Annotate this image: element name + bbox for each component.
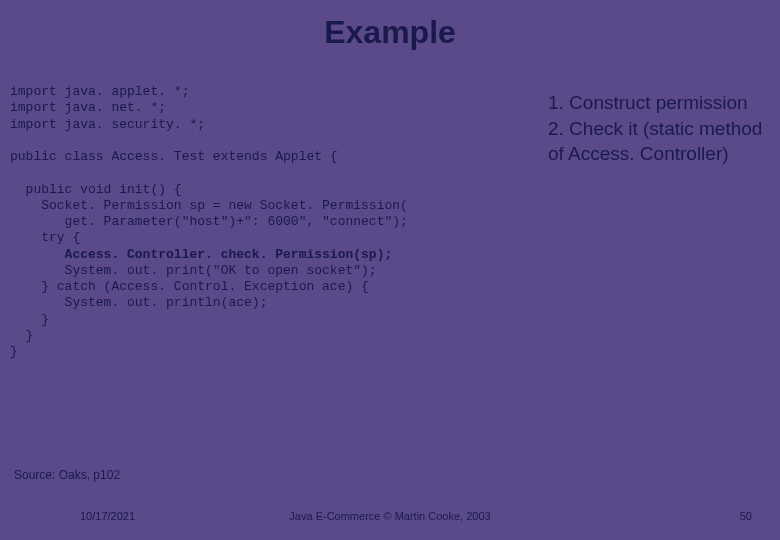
code-line: } xyxy=(10,312,49,327)
code-line: } xyxy=(10,328,33,343)
code-line: System. out. println(ace); xyxy=(10,295,267,310)
code-line: public class Access. Test extends Applet… xyxy=(10,149,338,164)
code-line: import java. net. *; xyxy=(10,100,166,115)
code-line: public void init() { xyxy=(10,182,182,197)
code-block: import java. applet. *; import java. net… xyxy=(10,84,530,360)
explanation-list: 1. Construct permission 2. Check it (sta… xyxy=(548,90,773,167)
source-citation: Source: Oaks, p102 xyxy=(14,468,120,482)
point-1: 1. Construct permission xyxy=(548,90,773,116)
footer-credit: Java E-Commerce © Martin Cooke, 2003 xyxy=(0,510,780,522)
point-2: 2. Check it (static method of Access. Co… xyxy=(548,116,773,167)
footer-page-number: 50 xyxy=(740,510,752,522)
code-line: } catch (Access. Control. Exception ace)… xyxy=(10,279,369,294)
code-line: get. Parameter("host")+": 6000", "connec… xyxy=(10,214,408,229)
code-line: try { xyxy=(10,230,80,245)
code-line: System. out. print("OK to open socket"); xyxy=(10,263,377,278)
slide-title: Example xyxy=(0,14,780,51)
code-line-bold: Access. Controller. check. Permission(sp… xyxy=(10,247,392,262)
code-line: import java. applet. *; xyxy=(10,84,189,99)
code-line: } xyxy=(10,344,18,359)
code-line: Socket. Permission sp = new Socket. Perm… xyxy=(10,198,408,213)
code-line: import java. security. *; xyxy=(10,117,205,132)
slide: Example import java. applet. *; import j… xyxy=(0,0,780,540)
